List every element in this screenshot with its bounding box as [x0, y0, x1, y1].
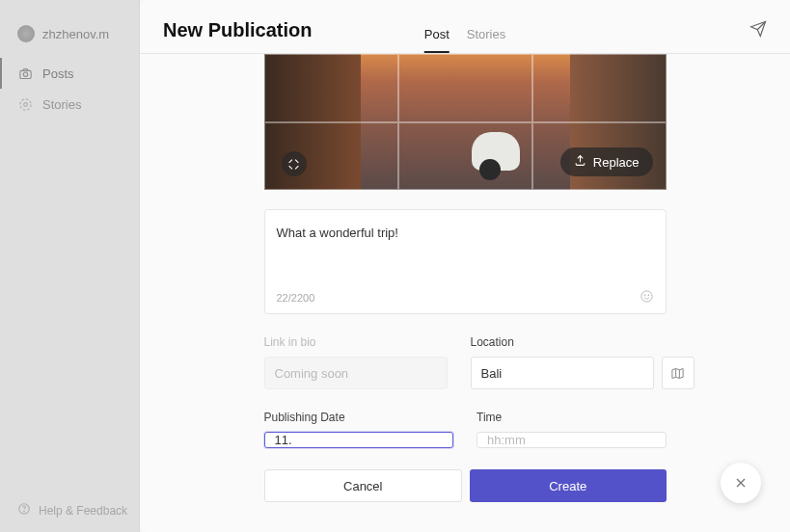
- location-input[interactable]: [471, 357, 654, 389]
- cancel-button[interactable]: Cancel: [264, 469, 463, 502]
- modal-header: New Publication Post Stories: [140, 0, 790, 54]
- create-button[interactable]: Create: [470, 469, 667, 502]
- link-in-bio-input: [264, 357, 448, 389]
- upload-icon: [574, 154, 586, 170]
- tab-stories[interactable]: Stories: [467, 27, 505, 53]
- replace-label: Replace: [593, 155, 640, 170]
- crop-button[interactable]: [282, 151, 307, 176]
- caption-text: What a wonderful trip!: [277, 226, 654, 281]
- time-label: Time: [477, 411, 667, 424]
- caption-input[interactable]: What a wonderful trip! 22/2200: [264, 209, 667, 314]
- location-label: Location: [471, 335, 695, 349]
- svg-point-8: [647, 295, 648, 296]
- modal-title: New Publication: [163, 19, 312, 53]
- svg-point-6: [640, 291, 651, 302]
- close-button[interactable]: [721, 463, 761, 503]
- image-preview[interactable]: Replace: [264, 54, 667, 190]
- time-group: Time: [477, 411, 667, 448]
- publishing-date-input[interactable]: [264, 432, 454, 448]
- emoji-icon[interactable]: [640, 289, 654, 306]
- dim-overlay: [0, 0, 140, 532]
- time-input[interactable]: [477, 432, 667, 448]
- modal-content: Replace What a wonderful trip! 22/2200 L…: [140, 54, 790, 502]
- map-button[interactable]: [662, 357, 695, 389]
- svg-point-7: [644, 295, 645, 296]
- char-counter: 22/2200: [277, 292, 315, 304]
- publishing-date-group: Publishing Date: [264, 411, 454, 448]
- tab-post[interactable]: Post: [424, 27, 449, 53]
- new-publication-modal: New Publication Post Stories: [140, 0, 790, 532]
- publishing-date-label: Publishing Date: [264, 411, 454, 424]
- location-group: Location: [471, 335, 695, 389]
- tabs: Post Stories: [424, 27, 505, 53]
- share-icon[interactable]: [749, 20, 767, 53]
- link-in-bio-label: Link in bio: [264, 335, 448, 349]
- link-in-bio-group: Link in bio: [264, 335, 448, 389]
- replace-button[interactable]: Replace: [560, 147, 653, 176]
